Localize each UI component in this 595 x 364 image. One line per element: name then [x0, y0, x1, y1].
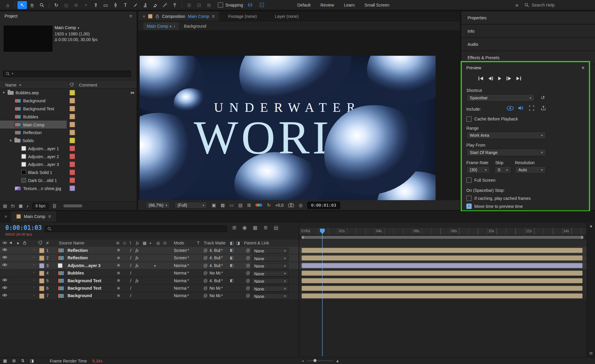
hide-shy-layers-icon[interactable]: ▦ — [253, 225, 257, 230]
label-color-chip[interactable] — [69, 153, 75, 159]
parent-pickwhip-icon[interactable]: @ — [246, 278, 250, 283]
search-help[interactable]: Search Help — [524, 3, 588, 7]
mask-visibility-icon[interactable]: ▭ — [229, 203, 234, 208]
tab-footage[interactable]: Footage (none) — [219, 14, 266, 18]
layer-name[interactable]: Background Text — [68, 286, 101, 290]
blend-mode-dropdown[interactable]: Normal — [174, 286, 187, 290]
quality-toggle-icon[interactable]: / — [130, 278, 131, 283]
layer-visibility-eye-icon[interactable] — [2, 255, 7, 259]
parent-dropdown[interactable]: None — [252, 263, 288, 269]
channel-icon[interactable] — [256, 204, 263, 207]
workspace-button[interactable]: Learn — [339, 3, 360, 7]
hand-tool-icon[interactable] — [27, 1, 37, 9]
column-mode[interactable]: Mode — [174, 241, 184, 245]
shy-toggle-icon[interactable]: ⊕ — [117, 271, 120, 275]
track-matte-dropdown[interactable]: No Matte — [210, 271, 221, 275]
blend-mode-caret-icon[interactable]: ▾ — [188, 255, 189, 259]
fx-toggle-icon[interactable]: fx — [135, 255, 138, 260]
fx-toggle-icon[interactable]: fx — [135, 278, 138, 283]
label-color-chip[interactable] — [69, 106, 75, 112]
quality-toggle-icon[interactable]: / — [130, 286, 131, 290]
parent-dropdown[interactable]: None — [252, 278, 288, 284]
label-color-chip[interactable] — [69, 130, 75, 135]
clone-stamp-tool-icon[interactable] — [140, 1, 150, 9]
transparency-grid-icon[interactable]: ▦ — [221, 203, 225, 208]
track-matte-dropdown[interactable]: No Matte — [210, 286, 221, 290]
layer-duration-bar[interactable] — [302, 263, 582, 268]
track-matte-dropdown[interactable]: No Matte — [210, 294, 221, 298]
collapsed-panel-header[interactable]: Properties — [461, 11, 595, 25]
layer-name[interactable]: Adjustm…ayer 3 — [68, 263, 101, 268]
column-comment[interactable]: Comment — [79, 82, 97, 87]
layer-row[interactable]: › 1 Reflection ⊕ / fx ◐ Screen ▾ @ 4. Bu… — [0, 247, 595, 254]
column-preserve-transparency[interactable]: T — [197, 241, 200, 245]
close-tab-icon[interactable]: × — [4, 214, 7, 219]
matte-alpha-toggle-icon[interactable]: ◧ — [230, 255, 234, 260]
lock-icon[interactable] — [155, 14, 159, 18]
rotation-tool-icon[interactable]: ↻ — [51, 1, 61, 9]
orbit-camera-tool-icon[interactable]: ◎ — [62, 1, 71, 9]
viewer-timecode[interactable]: 0:00:01:03 — [307, 202, 340, 209]
shortcut-dropdown[interactable]: Spacebar — [466, 94, 535, 101]
matte-pickwhip-icon[interactable]: @ — [203, 294, 207, 298]
include-video-icon[interactable] — [507, 106, 514, 111]
blend-mode-dropdown[interactable]: Normal — [174, 263, 187, 268]
collapsed-panel-header[interactable]: Info — [461, 25, 595, 38]
layer-duration-bar[interactable] — [302, 271, 582, 276]
project-bit-depth[interactable]: 8 bpc — [32, 203, 49, 209]
quality-toggle-icon[interactable]: / — [130, 263, 131, 268]
quality-toggle-icon[interactable]: / — [130, 294, 131, 298]
project-row[interactable]: ▼ Background ⧓ — [0, 97, 137, 105]
track-matte-dropdown[interactable]: 4. Bubbles — [210, 278, 221, 283]
back-chevron-icon[interactable]: ‹ — [174, 23, 175, 29]
blend-mode-caret-icon[interactable]: ▾ — [188, 263, 189, 266]
track-matte-dropdown[interactable]: 4. Bubbles — [210, 255, 221, 260]
vertical-scrollbar[interactable]: ▤ — [589, 351, 593, 355]
layer-visibility-eye-icon[interactable] — [2, 263, 7, 266]
layer-row[interactable]: › 7 Background ⊕ / fx ◐ Normal ▾ @ No Ma… — [0, 292, 595, 300]
draft-3d-icon[interactable]: ◉ — [243, 225, 247, 230]
project-row[interactable]: ▼ Adjustm…ayer 3 ⧓ — [0, 160, 137, 168]
motion-blur-icon[interactable]: ▤ — [274, 225, 279, 230]
project-row[interactable]: ▼ Bubbles.aep ⧓ — [0, 89, 137, 97]
last-frame-button[interactable] — [516, 76, 521, 81]
column-track-matte[interactable]: Track Matte — [204, 241, 226, 245]
layer-color-chip[interactable] — [39, 263, 44, 269]
zoom-out-mountain-icon[interactable]: ▲ — [302, 359, 304, 362]
layer-name[interactable]: Reflection — [68, 248, 88, 252]
panel-menu-icon[interactable]: ≡ — [48, 214, 51, 219]
parent-dropdown[interactable]: None — [252, 271, 288, 276]
project-row[interactable]: ▼ Solids ⧓ — [0, 136, 137, 145]
layer-color-chip[interactable] — [39, 286, 44, 291]
label-color-chip[interactable] — [69, 170, 75, 175]
project-row[interactable]: ▼ Texture…n shine.jpg ⧓ — [0, 184, 137, 192]
magnification-dropdown[interactable]: (66,7%) — [146, 202, 170, 208]
layer-row[interactable]: › 2 Reflection ⊕ / fx ◐ Screen ▾ @ 4. Bu… — [0, 254, 595, 262]
layer-duration-bar[interactable] — [302, 255, 582, 261]
include-overlays-icon[interactable] — [529, 105, 534, 111]
project-row[interactable]: ▼ Adjustm…ayer 2 ⧓ — [0, 152, 137, 160]
layer-color-chip[interactable] — [39, 255, 44, 261]
blend-mode-caret-icon[interactable]: ▾ — [188, 286, 189, 289]
track-matte-caret-icon[interactable]: ▾ — [221, 271, 223, 274]
parent-pickwhip-icon[interactable]: @ — [246, 248, 250, 252]
eraser-tool-icon[interactable] — [150, 1, 160, 9]
project-row[interactable]: ▼ Dark Gr…olid 1 ⧓ — [0, 176, 137, 184]
range-dropdown[interactable]: Work Area — [466, 131, 546, 139]
shy-toggle-icon[interactable]: ⊕ — [117, 278, 120, 283]
layer-duration-bar[interactable] — [302, 286, 582, 291]
layer-visibility-eye-icon[interactable] — [2, 286, 7, 289]
zoom-slider-knob[interactable] — [313, 359, 316, 362]
full-screen-checkbox[interactable]: ✓ — [466, 178, 472, 183]
play-button[interactable] — [498, 76, 501, 81]
column-parent-link[interactable]: Parent & Link — [244, 241, 269, 245]
zoom-tool-icon[interactable] — [37, 1, 47, 9]
workspace-button[interactable]: Review — [316, 3, 339, 7]
search-options-caret-icon[interactable]: ▾ — [12, 72, 13, 75]
mask-feather-tool-icon[interactable]: ⊠ — [204, 1, 214, 9]
blend-mode-dropdown[interactable]: Screen — [174, 255, 187, 260]
comp-marker-icon[interactable]: ◆ — [590, 224, 592, 228]
quality-toggle-icon[interactable]: / — [130, 255, 131, 260]
exposure-value[interactable]: +0,0 — [275, 203, 284, 207]
shape-tool-icon[interactable]: ▭ — [101, 1, 110, 9]
